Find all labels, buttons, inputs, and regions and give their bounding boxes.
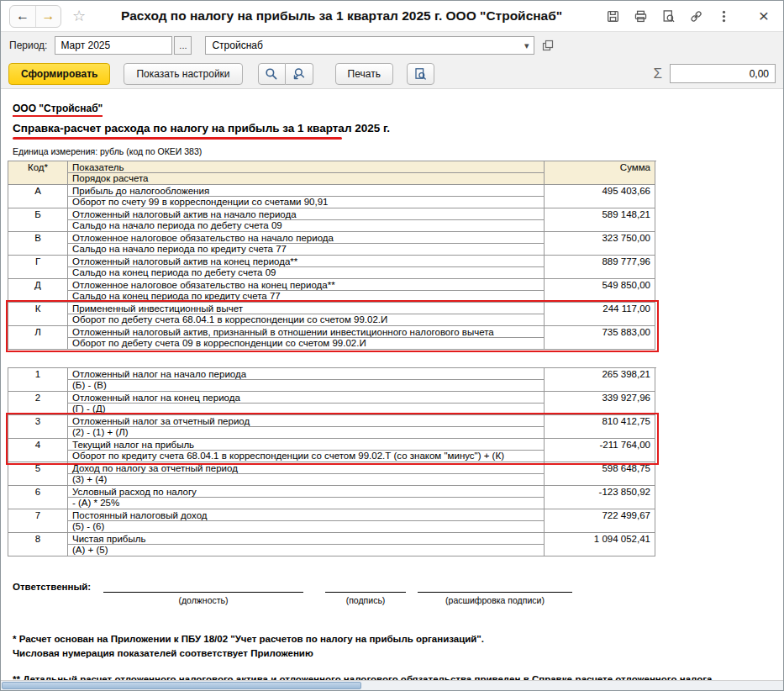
cell-code[interactable]: 8 <box>8 533 68 556</box>
signature-group-sign: (подпись) <box>325 582 406 605</box>
cell-code[interactable]: Г <box>8 256 68 279</box>
signature-line <box>103 582 303 593</box>
print-preview-button[interactable] <box>407 63 434 85</box>
cell-indicator[interactable]: Условный расход по налогу- (А) * 25% <box>68 486 545 509</box>
preview-button-titlebar[interactable] <box>658 6 678 26</box>
cell-code[interactable]: Б <box>8 208 68 232</box>
table-body-numbers: 1Отложенный налог на начало периода(Б) -… <box>8 368 656 556</box>
cell-code[interactable]: 7 <box>8 509 68 533</box>
cell-indicator[interactable]: Отложенный налог за отчетный период(2) -… <box>68 415 545 439</box>
period-choose-button[interactable]: ... <box>174 36 192 55</box>
autosum-field[interactable]: 0,00 <box>670 64 776 83</box>
more-actions-button[interactable] <box>713 6 734 26</box>
cell-sum[interactable]: 244 117,00 <box>545 303 655 326</box>
horizontal-scrollbar[interactable] <box>1 680 783 690</box>
print-button-titlebar[interactable] <box>630 6 650 26</box>
table-row: ВОтложенное налоговое обязательство на н… <box>8 232 656 256</box>
favorites-button[interactable]: ☆ <box>69 7 89 25</box>
cell-sum[interactable]: 589 148,21 <box>545 208 655 232</box>
cell-code[interactable]: 4 <box>8 439 68 462</box>
indicator-name: Отложенный налоговый актив, признанный в… <box>68 326 544 338</box>
close-button[interactable]: × <box>753 6 775 26</box>
cell-indicator[interactable]: Отложенный налог на начало периода(Б) - … <box>68 368 545 392</box>
cell-sum[interactable]: 889 777,96 <box>545 256 655 279</box>
cell-code[interactable]: 2 <box>8 392 68 415</box>
table-row: 5Доход по налогу за отчетный период(3) +… <box>8 462 656 486</box>
find-next-button[interactable] <box>286 63 313 85</box>
cell-code[interactable]: Л <box>8 326 68 350</box>
table-row: 1Отложенный налог на начало периода(Б) -… <box>8 368 656 392</box>
star-icon: ☆ <box>72 8 86 24</box>
cell-sum[interactable]: 323 750,00 <box>545 232 655 256</box>
indicator-name: Примененный инвестиционный вычет <box>68 303 544 314</box>
cell-code[interactable]: 3 <box>8 415 68 439</box>
indicator-name: Текущий налог на прибыль <box>68 439 544 451</box>
table-row: ДОтложенное налоговое обязательство на к… <box>8 279 656 303</box>
cell-code[interactable]: Д <box>8 279 68 303</box>
window-title: Расход по налогу на прибыль за 1 квартал… <box>121 8 562 24</box>
cell-sum[interactable]: 265 398,21 <box>545 368 655 392</box>
nav-history-group: ← → <box>9 5 61 28</box>
signature-caption: (подпись) <box>325 593 406 605</box>
cell-code[interactable]: 1 <box>8 368 68 392</box>
footnote-3: ** Детальный расчет отложенного налогово… <box>13 673 783 680</box>
show-settings-button[interactable]: Показать настройки <box>124 63 242 85</box>
cell-sum[interactable]: 722 499,67 <box>545 509 655 533</box>
cell-sum[interactable]: -211 764,00 <box>545 439 655 462</box>
cell-indicator[interactable]: Доход по налогу за отчетный период(3) + … <box>68 462 545 486</box>
organization-compare-button[interactable] <box>539 36 557 55</box>
indicator-name: Отложенное налоговое обязательство на на… <box>68 232 544 244</box>
cell-indicator[interactable]: Отложенный налоговый актив на начало пер… <box>68 208 545 232</box>
calculation-order: Оборот по счету 99 в корреспонденции со … <box>68 197 544 208</box>
table-row: 4Текущий налог на прибыльОборот по креди… <box>8 439 656 462</box>
get-link-button[interactable] <box>686 6 706 26</box>
cell-sum[interactable]: -123 850,92 <box>545 486 655 509</box>
back-button[interactable]: ← <box>10 6 35 27</box>
cell-sum[interactable]: 549 850,00 <box>545 279 655 303</box>
signature-group-position: (должность) <box>103 582 303 605</box>
find-button[interactable] <box>258 63 286 85</box>
cell-code[interactable]: 5 <box>8 462 68 486</box>
cell-indicator[interactable]: Отложенный налог на конец периода(Г) - (… <box>68 392 545 415</box>
chevron-down-icon[interactable]: ▾ <box>523 40 531 51</box>
period-input[interactable]: Март 2025 <box>55 36 172 55</box>
cell-indicator[interactable]: Чистая прибыль(А) + (5) <box>68 533 545 556</box>
cell-code[interactable]: К <box>8 303 68 326</box>
print-button[interactable]: Печать <box>335 63 393 85</box>
cell-sum[interactable]: 1 094 052,41 <box>545 533 655 556</box>
cell-code[interactable]: В <box>8 232 68 256</box>
cell-sum[interactable]: 810 412,75 <box>545 415 655 439</box>
cell-sum[interactable]: 598 648,75 <box>545 462 655 486</box>
cell-code[interactable]: 6 <box>8 486 68 509</box>
footnote-2: Числовая нумерация показателей соответст… <box>13 646 783 661</box>
cell-sum[interactable]: 339 927,96 <box>545 392 655 415</box>
cell-sum[interactable]: 735 883,00 <box>545 326 655 350</box>
save-button[interactable] <box>602 6 623 26</box>
report-sheet: ООО "Стройснаб" Справка-расчет расхода п… <box>1 89 783 680</box>
command-bar: Сформировать Показать настройки Печать Σ… <box>1 59 783 89</box>
cell-indicator[interactable]: Отложенное налоговое обязательство на ко… <box>68 279 545 303</box>
table-body-letters: АПрибыль до налогообложенияОборот по сче… <box>8 185 656 350</box>
organization-select[interactable]: Стройснаб ▾ <box>205 36 534 55</box>
cell-indicator[interactable]: Отложенное налоговое обязательство на на… <box>68 232 545 256</box>
signature-group-fullname: (расшифровка подписи) <box>418 582 572 605</box>
generate-button[interactable]: Сформировать <box>8 63 110 85</box>
cell-code[interactable]: А <box>8 185 68 208</box>
table-row: 7Постоянный налоговый доход(5) - (6)722 … <box>8 509 656 533</box>
indicator-name: Прибыль до налогообложения <box>68 185 544 197</box>
cell-sum[interactable]: 495 403,66 <box>545 185 655 208</box>
filter-row: Период: Март 2025 ... Стройснаб ▾ <box>1 32 783 59</box>
forward-button[interactable]: → <box>35 6 61 27</box>
scrollbar-thumb[interactable] <box>2 682 361 689</box>
cell-indicator[interactable]: Отложенный налоговый актив, признанный в… <box>68 326 545 350</box>
cell-indicator[interactable]: Постоянный налоговый доход(5) - (6) <box>68 509 545 533</box>
header-indicator-label: Показатель <box>68 161 544 173</box>
cell-indicator[interactable]: Примененный инвестиционный вычетОборот п… <box>68 303 545 326</box>
cell-indicator[interactable]: Текущий налог на прибыльОборот по кредит… <box>68 439 545 462</box>
indicator-name: Отложенный налог на конец периода <box>68 392 544 404</box>
period-value: Март 2025 <box>61 40 110 51</box>
cell-indicator[interactable]: Отложенный налоговый актив на конец пери… <box>68 256 545 279</box>
cell-indicator[interactable]: Прибыль до налогообложенияОборот по счет… <box>68 185 545 208</box>
floppy-icon <box>606 9 620 24</box>
vertical-dots-icon <box>717 9 731 24</box>
